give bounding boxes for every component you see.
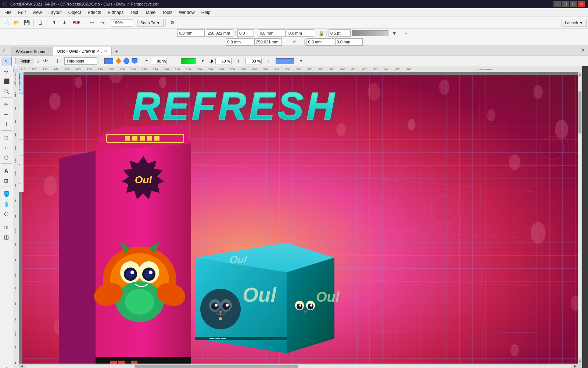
calligraphy-tool[interactable]: ⌇ — [1, 120, 12, 129]
menu-item-text[interactable]: Text — [127, 9, 141, 16]
shadow-tool[interactable]: ◫ — [1, 232, 12, 242]
thickness-input[interactable] — [151, 58, 167, 64]
main-area: ↖ ⊹ ⬛ 🔍 ✏ ✒ ⌇ □ ○ ⬠ A ⊞ 🪣 💧 ⬡ ≋ ◫ + Fini… — [0, 56, 588, 368]
eyedropper-tool[interactable]: 💧 — [1, 199, 12, 209]
shadow-input[interactable] — [245, 58, 262, 64]
smart-fill-tool[interactable]: ⬡ — [1, 209, 12, 219]
freehand-tool[interactable]: ✏ — [1, 100, 12, 109]
canvas-area[interactable]: REFRESH — [19, 72, 582, 368]
color-swatch-2[interactable] — [115, 58, 121, 64]
menu-item-table[interactable]: Table — [142, 9, 158, 16]
zoom-tool[interactable]: 🔍 — [1, 86, 12, 96]
minimize-btn[interactable]: ─ — [553, 1, 561, 7]
x-input[interactable] — [177, 29, 205, 37]
publish-pdf-btn[interactable]: PDF — [70, 18, 83, 27]
fill-tool[interactable]: 🪣 — [1, 189, 12, 199]
thickness-add-btn[interactable]: + — [169, 57, 179, 66]
save-btn[interactable]: 💾 — [22, 18, 32, 27]
color-swatch-4[interactable] — [132, 58, 137, 64]
redo-btn[interactable]: ↪ — [97, 18, 107, 27]
node-type-input[interactable] — [64, 57, 97, 65]
options-btn[interactable]: ⚙ — [168, 18, 177, 27]
outline-options-btn[interactable]: ▼ — [390, 29, 399, 38]
scroll-up-btn[interactable]: ▲ — [578, 72, 582, 77]
menu-item-window[interactable]: Window — [176, 9, 198, 16]
doc-tab[interactable]: Octo - Owls - Draw in P... ✕ — [52, 47, 112, 56]
scroll-horizontal[interactable]: ◀ ▶ — [19, 364, 578, 368]
svg-text:300: 300 — [230, 68, 235, 71]
polygon-tool[interactable]: ⬠ — [1, 153, 12, 162]
import-btn[interactable]: ⬆ — [49, 18, 59, 27]
shadow-color-swatch[interactable] — [276, 58, 294, 64]
svg-text:390: 390 — [329, 68, 334, 71]
svg-text:0: 0 — [15, 362, 17, 366]
doc-tab-close[interactable]: ✕ — [104, 49, 107, 53]
maximize-btn[interactable]: □ — [570, 1, 577, 7]
add-page-tool[interactable]: + — [1, 364, 12, 368]
opacity-add-btn[interactable]: + — [234, 57, 243, 66]
menu-item-bitmaps[interactable]: Bitmaps — [105, 9, 126, 16]
menu-item-layout[interactable]: Layout — [46, 9, 65, 16]
shadow-color-dropdown[interactable]: ▼ — [296, 57, 306, 66]
table-tool[interactable]: ⊞ — [1, 176, 12, 185]
node-visibility-btn[interactable]: 👁 — [41, 57, 50, 66]
export-btn[interactable]: ⬇ — [60, 18, 69, 27]
menu-item-tools[interactable]: Tools — [159, 9, 175, 16]
menu-item-file[interactable]: File — [1, 9, 14, 16]
svg-text:millimeters: millimeters — [14, 72, 17, 86]
menu-item-object[interactable]: Object — [65, 9, 84, 16]
text-tool[interactable]: A — [1, 166, 12, 176]
rotation-input[interactable] — [237, 29, 254, 37]
w-input[interactable] — [206, 29, 233, 37]
scroll-left-btn[interactable]: ◀ — [19, 364, 24, 368]
rectangle-tool[interactable]: □ — [1, 133, 12, 142]
outline-input[interactable] — [329, 29, 351, 37]
scroll-down-btn[interactable]: ▼ — [578, 359, 582, 364]
shadow-add-btn[interactable]: + — [264, 57, 273, 66]
toolbar-1: 📄 📂 💾 🖨 ⬆ ⬇ PDF ↩ ↪ 190% Snap To ▼ ⚙ Lau… — [0, 17, 588, 29]
restore-btn[interactable]: ❐ — [562, 1, 569, 7]
y2-input[interactable] — [306, 38, 334, 46]
undo-btn[interactable]: ↩ — [87, 18, 97, 27]
crop-tool[interactable]: ⬛ — [1, 77, 12, 86]
pen-tool[interactable]: ✒ — [1, 110, 12, 119]
color-swatch-3[interactable] — [123, 58, 129, 64]
opacity-input[interactable] — [215, 58, 232, 64]
menu-item-view[interactable]: View — [29, 9, 45, 16]
menu-item-edit[interactable]: Edit — [15, 9, 29, 16]
finish-btn[interactable]: Finish — [15, 58, 34, 64]
svg-point-108 — [439, 79, 449, 95]
w2-input[interactable] — [287, 29, 314, 37]
svg-text:240: 240 — [164, 68, 169, 71]
welcome-tab-label: Welcome Screen — [16, 49, 47, 54]
blend-tool[interactable]: ≋ — [1, 222, 12, 232]
close-btn[interactable]: ✕ — [578, 1, 585, 7]
fill-color-dropdown[interactable]: ▼ — [198, 57, 207, 66]
zoom-input[interactable]: 190% — [111, 19, 133, 26]
select-tool[interactable]: ↖ — [1, 57, 12, 66]
launch-btn[interactable]: Launch ▼ — [562, 19, 587, 27]
scroll-v-thumb[interactable] — [578, 91, 581, 134]
shape-edit-tool[interactable]: ⊹ — [1, 67, 12, 76]
scroll-right-btn[interactable]: ▶ — [573, 364, 578, 368]
welcome-tab[interactable]: Welcome Screen — [11, 47, 51, 56]
h-input[interactable] — [254, 38, 282, 46]
color-swatch-1[interactable] — [104, 58, 113, 64]
scroll-vertical[interactable]: ▲ ▼ — [578, 72, 582, 364]
h2-input[interactable] — [335, 38, 363, 46]
node-edit-btn[interactable]: ⊹ — [53, 57, 62, 66]
x2-input[interactable] — [258, 29, 286, 37]
fill-color-swatch[interactable] — [181, 58, 196, 64]
ellipse-tool[interactable]: ○ — [1, 143, 12, 152]
new-btn[interactable]: 📄 — [1, 18, 11, 27]
menu-item-effects[interactable]: Effects — [85, 9, 104, 16]
open-btn[interactable]: 📂 — [12, 18, 21, 27]
snap-to-btn[interactable]: Snap To ▼ — [137, 19, 164, 27]
new-tab-btn[interactable]: + — [112, 47, 121, 56]
scroll-h-thumb[interactable] — [135, 365, 298, 368]
y-input[interactable] — [226, 38, 253, 46]
menu-item-help[interactable]: Help — [198, 9, 214, 16]
add-col-btn[interactable]: + — [401, 29, 411, 38]
print-btn[interactable]: 🖨 — [36, 18, 45, 27]
close-all-tabs-btn[interactable]: ✕ — [581, 47, 585, 53]
